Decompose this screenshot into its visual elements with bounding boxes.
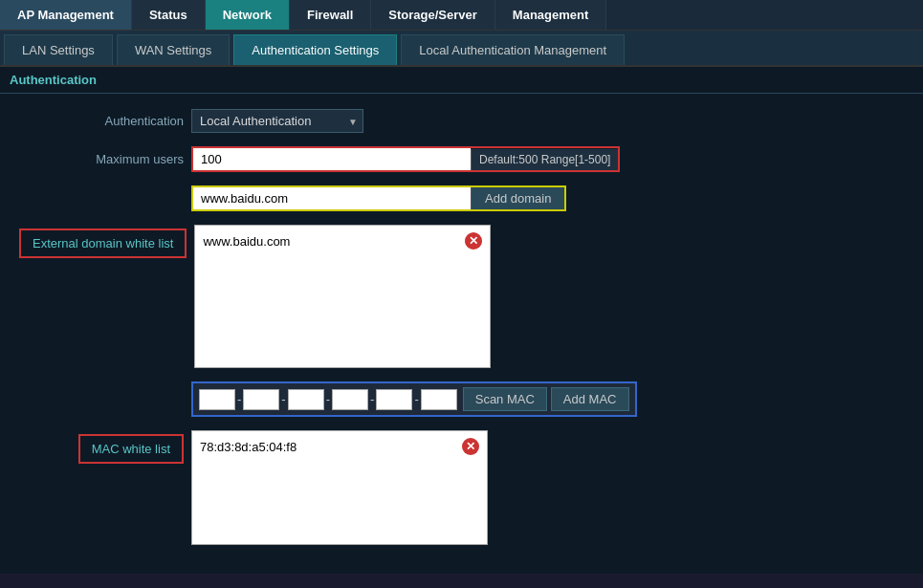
mac-remove-icon[interactable]: ✕ — [462, 438, 479, 455]
section-title: Authentication — [10, 73, 97, 87]
nav-ap-management[interactable]: AP Management — [0, 0, 132, 30]
max-users-row: Maximum users Default:500 Range[1-500] — [19, 146, 904, 172]
mac-sep-2: - — [281, 392, 285, 406]
nav-status[interactable]: Status — [132, 0, 206, 30]
domain-list-box: www.baidu.com ✕ — [194, 225, 491, 368]
domain-row-wrapper: Add domain — [191, 185, 566, 211]
domain-input-row: Add domain — [19, 185, 904, 211]
mac-sep-4: - — [370, 392, 374, 406]
max-users-wrapper: Default:500 Range[1-500] — [191, 146, 620, 172]
auth-label: Authentication — [19, 114, 191, 128]
section-header: Authentication — [0, 67, 923, 94]
domain-list-item-value: www.baidu.com — [203, 234, 290, 249]
subnav-auth-settings[interactable]: Authentication Settings — [233, 34, 397, 65]
domain-list-label-wrapper: External domain white list — [19, 225, 194, 258]
subnav-wan-settings[interactable]: WAN Settings — [117, 34, 230, 65]
mac-seg-2[interactable] — [243, 389, 279, 410]
max-users-hint: Default:500 Range[1-500] — [471, 149, 618, 170]
mac-seg-3[interactable] — [288, 389, 324, 410]
subnav-local-auth-mgmt[interactable]: Local Authentication Management — [401, 34, 625, 65]
scan-mac-button[interactable]: Scan MAC — [463, 387, 547, 411]
add-domain-button[interactable]: Add domain — [471, 187, 564, 209]
external-domain-label: External domain white list — [19, 229, 187, 258]
mac-list-item: 78:d3:8d:a5:04:f8 ✕ — [196, 435, 483, 458]
content-area: Authentication Local Authentication RADI… — [0, 94, 923, 574]
domain-input[interactable] — [193, 187, 471, 209]
mac-seg-5[interactable] — [376, 389, 412, 410]
mac-input-row: - - - - - Scan MAC Add MAC — [19, 381, 904, 417]
mac-list-row: MAC white list 78:d3:8d:a5:04:f8 ✕ — [19, 430, 904, 545]
mac-list-box: 78:d3:8d:a5:04:f8 ✕ — [191, 430, 488, 545]
mac-sep-3: - — [326, 392, 330, 406]
mac-list-item-value: 78:d3:8d:a5:04:f8 — [200, 440, 297, 454]
nav-network[interactable]: Network — [206, 0, 290, 30]
mac-seg-6[interactable] — [421, 389, 457, 410]
add-mac-button[interactable]: Add MAC — [551, 387, 629, 411]
nav-management[interactable]: Management — [495, 0, 606, 30]
mac-white-list-label: MAC white list — [78, 434, 184, 464]
mac-seg-1[interactable] — [199, 389, 235, 410]
mac-sep-1: - — [237, 392, 241, 406]
mac-list-label-wrapper: MAC white list — [19, 430, 191, 464]
mac-row-wrapper: - - - - - Scan MAC Add MAC — [191, 381, 637, 417]
top-navigation: AP Management Status Network Firewall St… — [0, 0, 923, 31]
nav-firewall[interactable]: Firewall — [290, 0, 371, 30]
auth-select-wrapper: Local Authentication RADIUS None — [191, 109, 363, 133]
auth-row: Authentication Local Authentication RADI… — [19, 109, 904, 133]
external-domain-row: External domain white list www.baidu.com… — [19, 225, 904, 368]
mac-sep-5: - — [414, 392, 418, 406]
sub-navigation: LAN Settings WAN Settings Authentication… — [0, 31, 923, 67]
nav-storage-server[interactable]: Storage/Server — [371, 0, 495, 30]
domain-remove-icon[interactable]: ✕ — [465, 232, 482, 250]
domain-list-item: www.baidu.com ✕ — [199, 229, 486, 252]
auth-select[interactable]: Local Authentication RADIUS None — [191, 109, 363, 133]
max-users-input[interactable] — [193, 148, 471, 170]
max-users-label: Maximum users — [19, 152, 191, 166]
mac-seg-4[interactable] — [332, 389, 368, 410]
subnav-lan-settings[interactable]: LAN Settings — [4, 34, 113, 65]
